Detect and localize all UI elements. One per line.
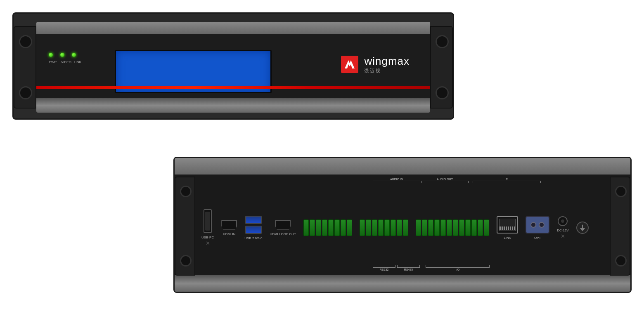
rack-hole-left-bottom bbox=[19, 86, 32, 99]
audio-out-pin-6 bbox=[391, 219, 396, 236]
logo-section: wingmax 强迈视 bbox=[341, 55, 410, 74]
audio-out-pin-2 bbox=[366, 219, 371, 236]
opt-port bbox=[526, 216, 549, 234]
dc-group: DC-12V ✕ bbox=[557, 216, 568, 239]
audio-out-pin-8 bbox=[403, 219, 408, 236]
usb-230-label: USB 2.0/3.0 bbox=[244, 236, 262, 240]
audio-out-pin-1 bbox=[360, 219, 365, 236]
ir-pin-6 bbox=[447, 219, 452, 236]
ir-io-group bbox=[416, 219, 489, 236]
led-row bbox=[49, 53, 76, 57]
ir-pin-4 bbox=[434, 219, 440, 236]
rear-rack-ear-left bbox=[175, 177, 195, 276]
rj45-pin-3 bbox=[504, 226, 505, 230]
ir-pin-10 bbox=[471, 219, 477, 236]
rj45-pin-5 bbox=[508, 226, 509, 230]
video-led bbox=[60, 53, 64, 57]
led-labels: PWR VIDEO LINK bbox=[49, 60, 82, 64]
usb-230-group: USB 2.0/3.0 bbox=[244, 216, 262, 240]
audio-in-pin-2 bbox=[310, 219, 315, 236]
svg-marker-0 bbox=[345, 60, 355, 68]
rack-hole-right-top bbox=[436, 35, 449, 48]
dc-label: DC-12V bbox=[557, 229, 568, 232]
ir-pin-2 bbox=[422, 219, 427, 236]
audio-out-group bbox=[360, 219, 408, 236]
ground-port bbox=[576, 222, 589, 234]
hdmi-in-group: HDMI IN bbox=[221, 220, 237, 236]
ground-group bbox=[576, 222, 589, 234]
hdmi-in-port bbox=[221, 220, 237, 230]
front-rack-unit: PWR VIDEO LINK wingmax bbox=[12, 12, 454, 120]
rj45-pin-4 bbox=[506, 226, 507, 230]
audio-in-pin-4 bbox=[322, 219, 327, 236]
indicator-section: PWR VIDEO LINK bbox=[49, 53, 107, 64]
usb-ports-stack bbox=[245, 216, 262, 234]
front-top-strip bbox=[36, 22, 430, 34]
opt-circle-1 bbox=[530, 222, 536, 228]
front-face-plate: PWR VIDEO LINK wingmax bbox=[36, 22, 430, 113]
rear-bottom-strip bbox=[175, 275, 630, 292]
dc-x: ✕ bbox=[561, 233, 565, 239]
link-label: LINK bbox=[504, 236, 511, 240]
ir-pin-11 bbox=[478, 219, 483, 236]
usb-pc-x: ✕ bbox=[206, 240, 210, 246]
rear-panel: AUDIO IN AUDIO OUT R USB-PC ✕ bbox=[173, 157, 632, 297]
ir-pin-9 bbox=[465, 219, 471, 236]
rj45-pin-1 bbox=[500, 226, 501, 230]
opt-group: OPT bbox=[526, 216, 549, 240]
hdmi-loop-port bbox=[275, 220, 291, 230]
audio-in-pin-6 bbox=[334, 219, 340, 236]
brand-chinese: 强迈视 bbox=[364, 68, 410, 74]
rj45-pin-8 bbox=[514, 226, 515, 230]
rack-ear-right bbox=[430, 26, 453, 109]
audio-out-pin-5 bbox=[384, 219, 390, 236]
ir-io-terminals bbox=[416, 219, 489, 236]
audio-in-group bbox=[303, 219, 352, 236]
rj45-inner bbox=[499, 219, 516, 231]
usb-port-top bbox=[245, 216, 262, 224]
rear-rack-hole-right-top bbox=[615, 186, 627, 197]
rear-rack-ear-right bbox=[610, 177, 630, 276]
rj45-pin-6 bbox=[510, 226, 511, 230]
hdmi-loop-label: HDMI LOOP OUT bbox=[270, 232, 296, 236]
rear-rack-hole-left-bottom bbox=[180, 255, 192, 267]
link-rj45-port bbox=[497, 216, 518, 234]
usb-port-bottom bbox=[245, 226, 262, 234]
rack-hole-left-top bbox=[19, 35, 32, 48]
ir-pin-5 bbox=[440, 219, 446, 236]
link-group: LINK bbox=[497, 216, 518, 240]
audio-in-pin-1 bbox=[303, 219, 309, 236]
opt-circle-2 bbox=[539, 222, 545, 228]
ir-pin-3 bbox=[428, 219, 433, 236]
usb-pc-port bbox=[204, 209, 212, 233]
rear-rack-hole-left-top bbox=[180, 186, 192, 197]
dc-center bbox=[561, 219, 564, 223]
rj45-pin-2 bbox=[502, 226, 503, 230]
link-label: LINK bbox=[73, 60, 82, 64]
front-bottom-strip bbox=[36, 98, 430, 113]
front-panel: PWR VIDEO LINK wingmax bbox=[12, 12, 454, 120]
front-face-body: PWR VIDEO LINK wingmax bbox=[36, 34, 430, 98]
audio-out-pin-3 bbox=[372, 219, 377, 236]
rj45-pin-7 bbox=[512, 226, 513, 230]
rear-connectors-row: USB-PC ✕ HDMI IN USB 2.0/3.0 HDMI LOOP O… bbox=[197, 184, 608, 272]
opt-label: OPT bbox=[534, 236, 541, 240]
video-label: VIDEO bbox=[61, 60, 69, 64]
ir-pin-8 bbox=[459, 219, 464, 236]
ir-pin-1 bbox=[416, 219, 421, 236]
red-accent-line bbox=[36, 86, 430, 89]
audio-in-pin-5 bbox=[328, 219, 334, 236]
brand-name: wingmax bbox=[364, 55, 410, 68]
audio-out-terminals bbox=[360, 219, 408, 236]
pwr-led bbox=[49, 53, 53, 57]
audio-in-terminals bbox=[303, 219, 352, 236]
rj45-pins bbox=[500, 226, 515, 230]
link-led bbox=[72, 53, 76, 57]
pwr-label: PWR bbox=[49, 60, 57, 64]
rack-ear-left bbox=[14, 26, 36, 109]
brand-text: wingmax 强迈视 bbox=[364, 55, 410, 74]
ground-icon bbox=[579, 224, 586, 231]
audio-out-pin-7 bbox=[397, 219, 402, 236]
usb-pc-label: USB-PC bbox=[201, 236, 214, 239]
usb-pc-inner bbox=[205, 212, 210, 231]
